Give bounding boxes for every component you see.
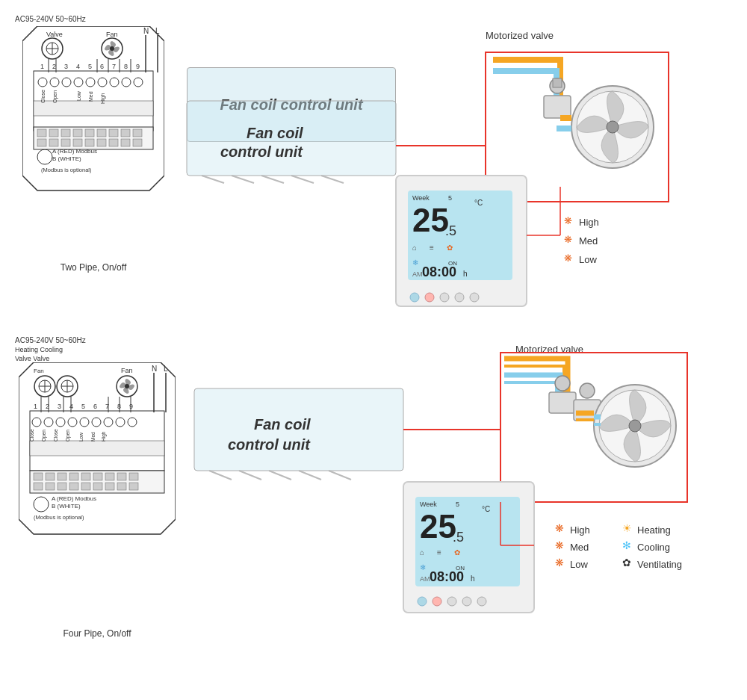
svg-point-18: [122, 78, 131, 87]
svg-text:h: h: [463, 270, 468, 278]
svg-rect-61: [73, 139, 82, 146]
svg-rect-168: [34, 473, 43, 480]
svg-text:High: High: [570, 524, 590, 536]
svg-text:h: h: [471, 574, 475, 583]
svg-text:Fan: Fan: [121, 367, 133, 374]
svg-line-72: [321, 176, 344, 183]
svg-point-131: [80, 418, 89, 427]
svg-text:Low: Low: [579, 254, 597, 265]
svg-rect-177: [34, 483, 43, 490]
svg-rect-174: [105, 473, 114, 480]
svg-text:(Modbus is optional): (Modbus is optional): [41, 167, 92, 173]
svg-text:✻: ✻: [622, 539, 631, 551]
svg-point-205: [629, 420, 641, 432]
top-diagram-svg: Fan coil control unit: [172, 37, 680, 321]
svg-text:Ventilating: Ventilating: [637, 559, 682, 570]
svg-text:Low: Low: [570, 559, 588, 570]
bottom-ac-label: AC95-240V 50~60Hz: [15, 336, 86, 344]
svg-text:B (WHITE): B (WHITE): [52, 155, 81, 162]
svg-rect-62: [85, 139, 94, 146]
svg-text:Cooling: Cooling: [637, 542, 670, 553]
svg-text:⌂: ⌂: [412, 244, 417, 252]
svg-text:Med: Med: [88, 91, 93, 102]
main-container: AC95-240V 50~60Hz 1 2 3 4 5 6 7 8: [0, 0, 747, 700]
svg-line-71: [291, 176, 314, 183]
svg-text:6: 6: [93, 403, 97, 410]
svg-text:High: High: [101, 431, 107, 442]
svg-text:N: N: [143, 27, 149, 35]
top-ac-label: AC95-240V 50~60Hz: [15, 15, 86, 23]
svg-rect-59: [49, 139, 58, 146]
svg-point-232: [462, 597, 471, 606]
svg-text:N: N: [152, 365, 157, 373]
svg-text:3: 3: [58, 403, 61, 410]
svg-text:4: 4: [69, 403, 73, 410]
svg-text:Fan: Fan: [106, 31, 118, 38]
svg-text:Open: Open: [65, 430, 71, 442]
svg-text:08:00: 08:00: [430, 569, 464, 584]
bottom-diagram-label: Four Pipe, On/off: [63, 628, 131, 639]
svg-line-192: [209, 471, 232, 480]
svg-text:❄: ❄: [412, 258, 418, 267]
svg-point-14: [74, 78, 83, 87]
svg-rect-78: [553, 78, 562, 87]
svg-point-15: [86, 78, 95, 87]
svg-text:✿: ✿: [447, 244, 453, 252]
svg-text:1: 1: [40, 63, 44, 70]
svg-text:7: 7: [112, 63, 116, 70]
svg-point-133: [104, 418, 113, 427]
svg-point-16: [98, 78, 107, 87]
svg-text:Open: Open: [41, 430, 47, 442]
svg-line-194: [269, 471, 291, 480]
svg-rect-183: [105, 483, 114, 490]
bottom-wiring-svg: 1 2 3 4 5 6 7 8 9: [19, 362, 176, 624]
svg-point-31: [110, 46, 114, 51]
svg-text:❋: ❋: [555, 522, 564, 534]
svg-rect-136: [30, 441, 164, 456]
svg-point-11: [38, 78, 47, 87]
bottom-diagram-container: 1 2 3 4 5 6 7 8 9: [19, 362, 176, 624]
svg-rect-54: [97, 129, 106, 137]
svg-rect-181: [81, 483, 90, 490]
svg-text:❋: ❋: [564, 215, 572, 226]
svg-rect-60: [61, 139, 70, 146]
svg-text:(Modbus is optional): (Modbus is optional): [34, 514, 84, 521]
svg-text:Close: Close: [29, 429, 34, 442]
svg-text:Med: Med: [90, 432, 96, 442]
svg-point-132: [92, 418, 101, 427]
svg-text:High: High: [100, 93, 106, 104]
svg-text:AM: AM: [420, 575, 430, 583]
svg-point-230: [433, 597, 441, 606]
svg-text:❋: ❋: [564, 234, 572, 245]
svg-text:☀: ☀: [622, 522, 632, 534]
svg-rect-56: [121, 129, 130, 137]
top-diagram-label: Two Pipe, On/off: [61, 262, 127, 273]
svg-text:5: 5: [81, 403, 85, 410]
svg-text:Fan: Fan: [34, 368, 44, 374]
svg-rect-178: [46, 483, 55, 490]
svg-rect-199: [549, 392, 576, 413]
svg-point-128: [44, 418, 53, 427]
svg-text:25: 25: [412, 202, 449, 238]
bottom-valve-labels: Heating Cooling: [15, 346, 63, 353]
svg-point-186: [34, 497, 49, 512]
svg-text:≡: ≡: [437, 548, 441, 557]
svg-rect-175: [117, 473, 126, 480]
svg-text:Week: Week: [420, 501, 437, 508]
bottom-section: AC95-240V 50~60Hz Heating Cooling Valve …: [15, 336, 732, 687]
svg-rect-63: [97, 139, 106, 146]
svg-text:❋: ❋: [555, 557, 564, 569]
svg-text:Med: Med: [579, 235, 598, 247]
bottom-wiring-diagram: AC95-240V 50~60Hz Heating Cooling Valve …: [15, 336, 179, 687]
top-right-section: Motorized valve Fan coil control unit Fa…: [172, 15, 732, 329]
svg-point-106: [455, 293, 464, 302]
svg-text:✿: ✿: [622, 557, 631, 569]
svg-point-81: [607, 121, 619, 133]
svg-text:Fan coil: Fan coil: [247, 125, 303, 141]
svg-text:°C: °C: [474, 199, 483, 207]
svg-text:5: 5: [448, 194, 452, 202]
svg-rect-180: [69, 483, 78, 490]
svg-line-193: [239, 471, 261, 480]
svg-rect-185: [129, 483, 138, 490]
svg-text:Heating: Heating: [637, 524, 671, 536]
